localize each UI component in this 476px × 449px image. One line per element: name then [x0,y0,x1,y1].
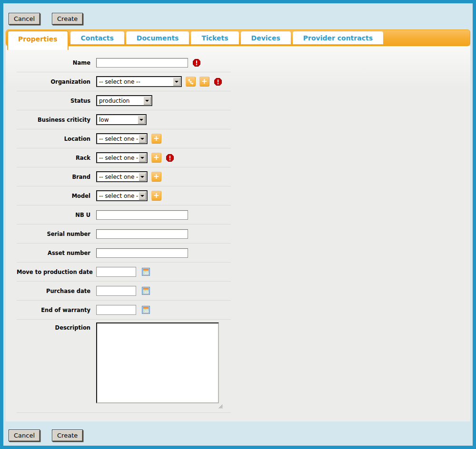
mandatory-icon [166,154,174,162]
tab-contacts[interactable]: Contacts [70,31,124,44]
create-button[interactable]: Create [52,13,83,25]
tab-label: Properties [18,35,58,43]
tab-bar: PropertiesContactsDocumentsTicketsDevice… [6,29,470,46]
serial-number-input[interactable] [96,229,188,239]
form-row: Model-- select one --+ [17,186,231,205]
tab-label: Tickets [201,34,228,42]
add-button[interactable]: + [151,172,161,182]
form-row: Rack-- select one --+ [17,148,231,167]
select-value: -- select one -- [97,155,138,161]
field-location: -- select one --+ [96,133,161,144]
field-label: Brand [17,174,90,180]
field-label: Description [17,322,90,331]
field-name [96,58,200,68]
field-status: production [96,95,152,106]
add-button[interactable]: + [151,153,161,163]
field-label: End of warranty [17,307,90,313]
calendar-icon [142,306,150,314]
nb-u-input[interactable] [96,210,188,220]
mandatory-icon [193,59,200,67]
plus-icon: + [153,173,159,180]
hierarchy-icon [188,78,194,85]
date-picker-button[interactable] [142,287,150,295]
form-row: End of warranty [17,300,231,319]
purchase-date-input[interactable] [96,286,136,296]
tab-provider-contracts[interactable]: Provider contracts [293,31,383,44]
browse-hierarchy-button[interactable] [186,77,196,87]
plus-icon: + [153,154,159,161]
tab-properties[interactable]: Properties [7,30,69,50]
plus-icon: + [153,192,159,199]
tab-label: Devices [251,34,280,42]
form-row: Serial number [17,224,231,243]
tab-tickets[interactable]: Tickets [191,31,238,44]
chevron-down-icon[interactable] [143,97,151,105]
model-select[interactable]: -- select one -- [96,190,148,201]
field-label: Business criticity [17,117,90,123]
top-toolbar: Cancel Create [6,3,470,29]
chevron-down-icon[interactable] [139,154,146,162]
select-value: -- select one -- [97,193,138,199]
cancel-button[interactable]: Cancel [9,429,40,441]
plus-icon: + [153,135,159,142]
tab-documents[interactable]: Documents [126,31,189,44]
move-to-production-date-input[interactable] [96,267,136,277]
field-nb-u [96,210,188,220]
organization-select[interactable]: -- select one -- [96,76,182,87]
field-label: Status [17,98,90,104]
form-row: Brand-- select one --+ [17,167,231,186]
add-button[interactable]: + [151,191,161,201]
tab-label: Contacts [81,34,114,42]
chevron-down-icon[interactable] [139,135,146,143]
select-value: -- select one -- [97,78,172,85]
calendar-icon [142,287,150,295]
location-select[interactable]: -- select one -- [96,133,148,144]
field-business-criticity: low [96,114,147,125]
field-label: Asset number [17,250,90,256]
name-input[interactable] [96,58,188,68]
chevron-down-icon[interactable] [173,78,180,86]
field-move-to-production-date [96,267,150,277]
create-button[interactable]: Create [52,429,83,441]
field-label: Move to production date [17,269,90,275]
field-serial-number [96,229,188,239]
field-model: -- select one --+ [96,190,161,201]
select-value: -- select one -- [97,174,138,180]
end-of-warranty-input[interactable] [96,305,136,315]
field-label: Purchase date [17,288,90,294]
date-picker-button[interactable] [142,268,150,276]
properties-panel: NameOrganization-- select one --+Statusp… [6,46,470,421]
status-select[interactable]: production [96,95,152,106]
tab-label: Documents [137,34,179,42]
field-organization: -- select one --+ [96,76,222,87]
create-form: NameOrganization-- select one --+Statusp… [17,53,231,413]
business-criticity-select[interactable]: low [96,114,147,125]
chevron-down-icon[interactable] [138,116,145,124]
description-textarea[interactable] [96,322,219,403]
asset-number-input[interactable] [96,248,188,258]
add-button[interactable]: + [151,134,161,144]
rack-select[interactable]: -- select one -- [96,152,148,163]
tab-devices[interactable]: Devices [241,31,291,44]
select-value: low [97,117,137,123]
field-label: Location [17,136,90,142]
field-label: Serial number [17,231,90,237]
field-label: Rack [17,155,90,161]
field-asset-number [96,248,188,258]
select-value: production [97,98,143,104]
field-brand: -- select one --+ [96,171,161,182]
form-row: Business criticitylow [17,110,231,129]
cancel-button[interactable]: Cancel [9,13,40,25]
resize-handle-icon[interactable] [218,401,223,410]
mandatory-icon [214,78,222,86]
field-label: NB U [17,212,90,218]
form-row: Statusproduction [17,91,231,110]
add-button[interactable]: + [199,77,209,87]
brand-select[interactable]: -- select one -- [96,171,148,182]
date-picker-button[interactable] [142,306,150,314]
chevron-down-icon[interactable] [139,192,146,200]
field-label: Name [17,59,90,66]
field-purchase-date [96,286,150,296]
form-row: Asset number [17,243,231,262]
chevron-down-icon[interactable] [139,173,146,181]
